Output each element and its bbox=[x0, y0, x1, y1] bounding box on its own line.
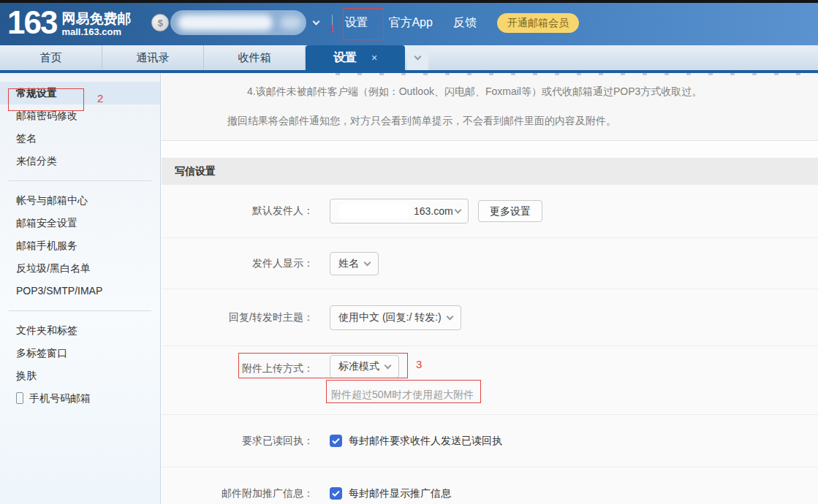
header-nav: 设置 官方App 反馈 开通邮箱会员 bbox=[344, 13, 578, 33]
coin-icon: $ bbox=[151, 14, 169, 31]
sidebar-item-account-center[interactable]: 帐号与邮箱中心 bbox=[0, 189, 160, 212]
read-receipt-label: 要求已读回执： bbox=[162, 435, 314, 448]
tab-bar-underline bbox=[0, 70, 818, 73]
sidebar-item-incoming-classification[interactable]: 来信分类 bbox=[0, 150, 160, 172]
reply-subject-label: 回复/转发时主题： bbox=[162, 311, 314, 324]
sidebar-item-folders-labels[interactable]: 文件夹和标签 bbox=[0, 319, 160, 342]
recall-info-section: 4.该邮件未被邮件客户端（例如：Outlook、闪电邮、Foxmail等）或代收… bbox=[162, 73, 818, 141]
sidebar-divider bbox=[9, 310, 151, 311]
check-icon bbox=[332, 490, 340, 497]
clipped-text-fragment bbox=[336, 73, 811, 75]
attachment-mode-dropdown[interactable]: 标准模式 bbox=[330, 355, 399, 378]
header: 163 网易免费邮 mall.163.com $ 设置 官方App 反馈 开通邮… bbox=[0, 0, 818, 45]
default-sender-dropdown[interactable]: 163.com bbox=[330, 199, 469, 224]
phone-icon bbox=[16, 392, 23, 404]
attachment-upload-label: 附件上传方式： bbox=[162, 346, 314, 375]
tab-bar: 首页 通讯录 收件箱 设置 × bbox=[0, 45, 818, 70]
default-sender-label: 默认发件人： bbox=[162, 205, 314, 218]
sidebar-item-skin[interactable]: 换肤 bbox=[0, 364, 160, 387]
blur-patch bbox=[178, 15, 273, 31]
tab-contacts[interactable]: 通讯录 bbox=[102, 45, 204, 70]
phone-item-label: 手机号码邮箱 bbox=[29, 392, 91, 404]
chevron-down-icon bbox=[455, 207, 462, 214]
sidebar-item-security-settings[interactable]: 邮箱安全设置 bbox=[0, 212, 160, 234]
compose-settings-title: 写信设置 bbox=[162, 158, 818, 185]
sender-display-dropdown[interactable]: 姓名 bbox=[330, 252, 379, 275]
chevron-down-icon bbox=[446, 313, 453, 320]
attachment-mode-value: 标准模式 bbox=[338, 360, 379, 373]
vip-upgrade-badge[interactable]: 开通邮箱会员 bbox=[497, 13, 579, 33]
tab-list-dropdown[interactable] bbox=[407, 45, 428, 70]
sidebar-item-multi-tab-window[interactable]: 多标签窗口 bbox=[0, 342, 160, 364]
reply-subject-row: 回复/转发时主题： 使用中文 (回复:/ 转发:) bbox=[162, 289, 818, 345]
recall-result-text: 撤回结果将会邮件通知您，对方只会看到简单提示，不会看到邮件里面的内容及附件。 bbox=[227, 115, 818, 128]
chevron-down-icon[interactable] bbox=[313, 18, 320, 26]
close-icon[interactable]: × bbox=[371, 52, 377, 64]
email-address-redacted bbox=[170, 10, 306, 35]
sender-display-value: 姓名 bbox=[338, 257, 359, 270]
read-receipt-checkbox[interactable] bbox=[330, 435, 342, 447]
sender-display-label: 发件人显示： bbox=[162, 257, 314, 270]
reply-subject-dropdown[interactable]: 使用中文 (回复:/ 转发:) bbox=[330, 305, 461, 330]
sidebar-item-password-change[interactable]: 邮箱密码修改 bbox=[0, 104, 160, 127]
sidebar-item-phone-number-mail[interactable]: 手机号码邮箱 bbox=[0, 387, 160, 410]
logo-title: 网易免费邮 bbox=[61, 11, 131, 26]
tab-home[interactable]: 首页 bbox=[0, 45, 102, 70]
attachment-upload-row: 附件上传方式： 标准模式 附件超过50M时才使用超大附件 bbox=[162, 345, 818, 414]
window-top-strip bbox=[0, 0, 818, 3]
tab-settings-label: 设置 bbox=[333, 50, 357, 66]
sidebar-item-mobile-service[interactable]: 邮箱手机服务 bbox=[0, 234, 160, 257]
mail-settings-page: 163 网易免费邮 mall.163.com $ 设置 官方App 反馈 开通邮… bbox=[0, 0, 818, 504]
tab-settings-active[interactable]: 设置 × bbox=[306, 45, 405, 70]
logo-number: 163 bbox=[7, 4, 56, 42]
chevron-down-icon bbox=[385, 362, 392, 370]
section-gap bbox=[162, 141, 818, 158]
header-divider bbox=[332, 15, 333, 31]
sidebar-item-pop3-smtp-imap[interactable]: POP3/SMTP/IMAP bbox=[0, 280, 160, 302]
default-sender-row: 默认发件人： 163.com 更多设置 bbox=[162, 185, 818, 237]
attachment-size-note: 附件超过50M时才使用超大附件 bbox=[331, 389, 474, 402]
sidebar-item-signature[interactable]: 签名 bbox=[0, 127, 160, 150]
sender-display-row: 发件人显示： 姓名 bbox=[162, 237, 818, 289]
more-settings-button[interactable]: 更多设置 bbox=[478, 200, 542, 222]
read-receipt-row: 要求已读回执： 每封邮件要求收件人发送已读回执 bbox=[162, 414, 818, 467]
settings-sidebar: 常规设置 邮箱密码修改 签名 来信分类 帐号与邮箱中心 邮箱安全设置 邮箱手机服… bbox=[0, 73, 161, 504]
settings-link[interactable]: 设置 bbox=[344, 15, 368, 31]
blur-patch bbox=[280, 16, 302, 29]
promo-info-label: 邮件附加推广信息： bbox=[162, 487, 314, 500]
account-switcher[interactable]: $ bbox=[151, 10, 319, 35]
promo-info-text: 每封邮件显示推广信息 bbox=[349, 487, 451, 500]
sender-email-suffix: 163.com bbox=[414, 205, 453, 217]
settings-content: 4.该邮件未被邮件客户端（例如：Outlook、闪电邮、Foxmail等）或代收… bbox=[162, 73, 818, 504]
sidebar-item-antispam-lists[interactable]: 反垃圾/黑白名单 bbox=[0, 257, 160, 280]
recall-condition-text: 4.该邮件未被邮件客户端（例如：Outlook、闪电邮、Foxmail等）或代收… bbox=[247, 85, 818, 99]
blur-patch bbox=[338, 203, 411, 219]
promo-info-checkbox[interactable] bbox=[330, 487, 342, 500]
sidebar-item-general-settings[interactable]: 常规设置 bbox=[0, 82, 160, 104]
logo-domain: mall.163.com bbox=[61, 26, 131, 37]
chevron-down-icon bbox=[364, 259, 371, 266]
read-receipt-text: 每封邮件要求收件人发送已读回执 bbox=[349, 435, 502, 448]
tab-inbox[interactable]: 收件箱 bbox=[204, 45, 306, 70]
sidebar-divider bbox=[9, 180, 151, 181]
promo-info-row: 邮件附加推广信息： 每封邮件显示推广信息 bbox=[162, 467, 818, 504]
check-icon bbox=[332, 438, 340, 444]
official-app-link[interactable]: 官方App bbox=[388, 15, 432, 31]
reply-subject-value: 使用中文 (回复:/ 转发:) bbox=[338, 311, 442, 324]
163-logo[interactable]: 163 网易免费邮 mall.163.com bbox=[7, 4, 131, 42]
feedback-link[interactable]: 反馈 bbox=[453, 15, 477, 31]
chevron-down-icon bbox=[414, 53, 422, 61]
